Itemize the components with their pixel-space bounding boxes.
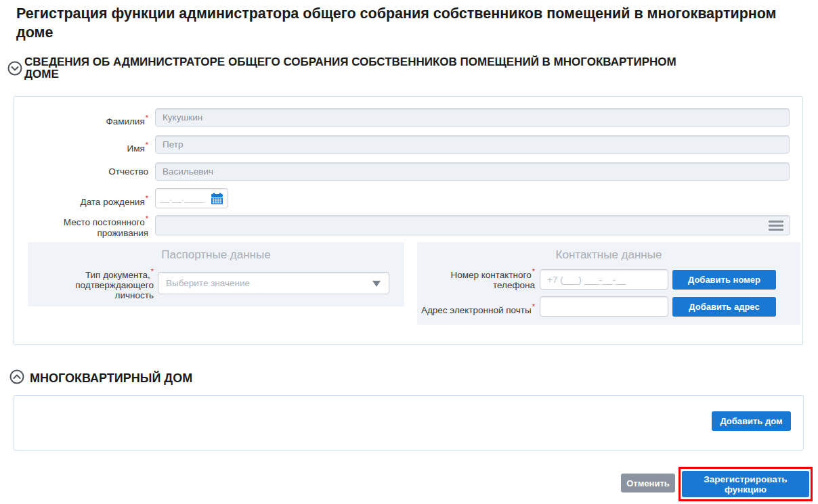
first-name-label: Имя* (17, 139, 148, 154)
required-mark: * (532, 267, 535, 275)
residence-wrapper (155, 215, 790, 235)
middle-name-label: Отчество (17, 166, 148, 177)
last-name-label: Фамилия* (17, 112, 148, 127)
admin-info-panel: Фамилия* Имя* Отчество Дата рождения* (14, 96, 803, 345)
chevron-up-circle-icon[interactable] (9, 369, 24, 384)
residence-input[interactable] (161, 217, 757, 233)
email-label: Адрес электронной почты* (417, 302, 535, 315)
page-title: Регистрация функции администратора общег… (16, 4, 815, 42)
chevron-down-icon (372, 281, 381, 287)
phone-input[interactable] (540, 269, 668, 290)
contact-data-panel: Контактные данные Номер контактного* тел… (417, 242, 800, 325)
admin-section-title: СВЕДЕНИЯ ОБ АДМИНИСТРАТОРЕ ОБЩЕГО СОБРАН… (24, 56, 810, 81)
phone-label: Номер контактного* телефона (417, 267, 535, 290)
add-email-button[interactable]: Добавить адрес (672, 297, 776, 317)
register-function-button[interactable]: Зарегистрировать функцию (682, 471, 809, 497)
chevron-down-circle-icon[interactable] (7, 61, 22, 76)
email-input[interactable] (540, 296, 668, 317)
middle-name-field[interactable] (155, 162, 790, 181)
required-mark: * (146, 141, 148, 149)
action-highlight-box: Зарегистрировать функцию (679, 467, 813, 501)
doc-type-label: Тип документа,* подтверждающего личность (28, 267, 154, 300)
doc-type-select[interactable]: Выберите значение (158, 272, 389, 294)
passport-data-panel: Паспортные данные Тип документа,* подтве… (28, 242, 404, 306)
required-mark: * (151, 267, 154, 275)
birth-date-input[interactable] (160, 190, 206, 206)
add-house-button[interactable]: Добавить дом (712, 411, 791, 431)
calendar-icon[interactable] (211, 193, 223, 204)
required-mark: * (146, 114, 148, 122)
first-name-field[interactable] (155, 135, 790, 154)
required-mark: * (146, 194, 148, 202)
birth-date-wrapper (155, 188, 228, 208)
required-mark: * (146, 214, 148, 223)
required-mark: * (532, 302, 535, 311)
house-section-title: МНОГОКВАРТИРНЫЙ ДОМ (30, 371, 192, 386)
birth-date-label: Дата рождения* (17, 193, 148, 208)
doc-type-select-placeholder: Выберите значение (166, 278, 250, 288)
residence-label: Место постоянного* проживания (17, 213, 148, 239)
house-panel: Добавить дом (14, 395, 804, 451)
contacts-panel-title: Контактные данные (417, 248, 800, 262)
cancel-button[interactable]: Отменить (621, 474, 675, 492)
passport-panel-title: Паспортные данные (28, 248, 404, 262)
address-menu-icon[interactable] (769, 221, 783, 231)
add-phone-button[interactable]: Добавить номер (672, 270, 776, 290)
registration-page: Регистрация функции администратора общег… (0, 0, 818, 504)
last-name-field[interactable] (155, 108, 790, 127)
